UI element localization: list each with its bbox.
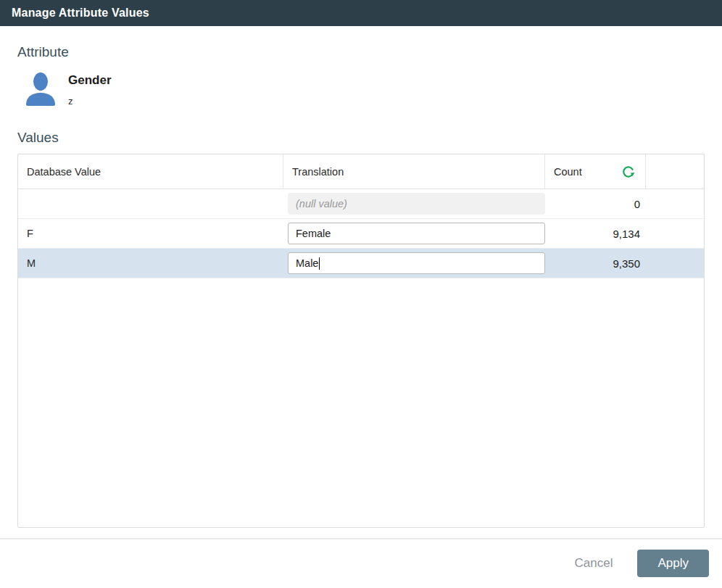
apply-button[interactable]: Apply bbox=[637, 550, 709, 577]
dialog-content: Attribute Gender z Values Database Value… bbox=[0, 44, 722, 528]
table-row-selected[interactable]: M Male 9,350 bbox=[18, 249, 704, 278]
attribute-name: Gender bbox=[68, 73, 112, 88]
table-row[interactable]: (null value) 0 bbox=[18, 189, 704, 219]
database-value-cell: F bbox=[18, 228, 283, 239]
dialog-footer: Cancel Apply bbox=[0, 539, 722, 577]
person-icon bbox=[22, 70, 59, 108]
dialog-title: Manage Attribute Values bbox=[12, 7, 149, 20]
column-header-translation: Translation bbox=[283, 154, 545, 189]
count-cell: 9,134 bbox=[545, 228, 646, 240]
attribute-section-label: Attribute bbox=[17, 44, 705, 60]
count-header-label: Count bbox=[554, 166, 582, 178]
refresh-icon bbox=[621, 165, 636, 179]
cancel-button[interactable]: Cancel bbox=[560, 550, 628, 576]
translation-input-f[interactable]: Female bbox=[288, 223, 545, 244]
attribute-description: z bbox=[68, 96, 112, 107]
column-header-database-value: Database Value bbox=[18, 154, 283, 189]
values-table: Database Value Translation Count (null v… bbox=[17, 154, 705, 528]
translation-value: Female bbox=[296, 228, 331, 239]
dialog-titlebar: Manage Attribute Values bbox=[0, 0, 722, 26]
translation-input-null[interactable]: (null value) bbox=[288, 193, 545, 215]
translation-placeholder: (null value) bbox=[296, 198, 347, 210]
text-cursor bbox=[319, 257, 320, 270]
translation-input-m[interactable]: Male bbox=[288, 252, 545, 274]
table-row[interactable]: F Female 9,134 bbox=[18, 219, 704, 249]
attribute-text: Gender z bbox=[68, 70, 112, 107]
refresh-counts-button[interactable] bbox=[621, 164, 636, 180]
values-section-label: Values bbox=[17, 130, 705, 146]
column-header-actions bbox=[646, 154, 704, 189]
column-header-count: Count bbox=[545, 154, 646, 189]
table-header-row: Database Value Translation Count bbox=[18, 154, 704, 189]
attribute-summary: Gender z bbox=[17, 70, 705, 108]
count-cell: 0 bbox=[545, 198, 646, 210]
database-value-cell: M bbox=[18, 257, 283, 269]
translation-value: Male bbox=[296, 257, 318, 269]
count-cell: 9,350 bbox=[545, 257, 646, 270]
